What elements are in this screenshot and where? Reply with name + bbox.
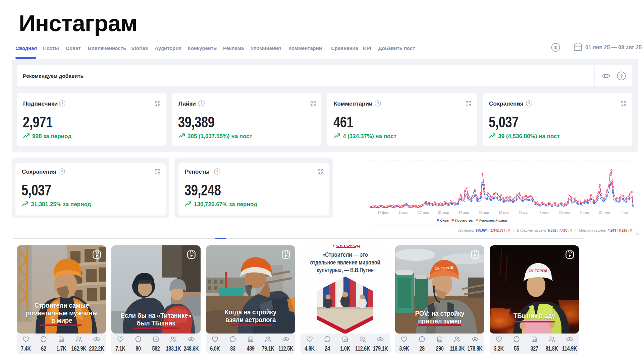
- svg-text:?: ?: [200, 102, 203, 106]
- svg-text:9 июн: 9 июн: [540, 211, 549, 215]
- svg-text:$: $: [554, 45, 557, 50]
- svg-text:?: ?: [216, 170, 218, 174]
- svg-text:СК ГОРОД: СК ГОРОД: [529, 269, 547, 273]
- svg-text:?: ?: [620, 73, 623, 79]
- svg-text:31 мар: 31 мар: [438, 211, 449, 215]
- svg-text:12 мая: 12 мая: [498, 211, 509, 215]
- svg-text:17 фев: 17 фев: [377, 211, 388, 215]
- svg-text:7 июл: 7 июл: [580, 211, 589, 215]
- svg-text:?: ?: [61, 102, 63, 106]
- svg-text:?: ?: [528, 102, 530, 106]
- svg-text:17 мар: 17 мар: [418, 211, 429, 215]
- svg-text:4 авг: 4 авг: [621, 211, 629, 215]
- svg-text:«Строители — это: «Строители — это: [322, 251, 368, 258]
- svg-text:26 мая: 26 мая: [519, 211, 529, 215]
- svg-text:?: ?: [61, 170, 63, 174]
- svg-text:культуры», — В.В.Путин: культуры», — В.В.Путин: [317, 266, 374, 274]
- svg-text:отдельное явление мировой: отдельное явление мировой: [310, 259, 380, 266]
- svg-text:14 апр: 14 апр: [459, 211, 469, 215]
- svg-text:?: ?: [377, 102, 379, 106]
- svg-text:28 апр: 28 апр: [479, 211, 489, 215]
- svg-text:3 мар: 3 мар: [399, 211, 408, 215]
- svg-text:23 июн: 23 июн: [559, 211, 570, 215]
- svg-text:21 июл: 21 июл: [599, 211, 610, 215]
- svg-text:Рекламный охват: Рекламный охват: [479, 219, 507, 222]
- svg-text:Охват: Охват: [440, 219, 450, 222]
- svg-text:Просмотры: Просмотры: [455, 219, 474, 222]
